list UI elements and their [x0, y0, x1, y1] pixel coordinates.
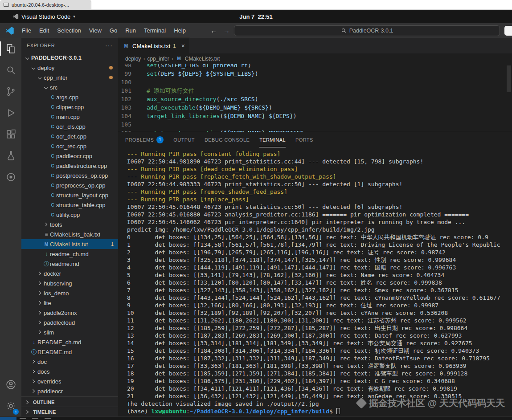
- terminal[interactable]: --- Running PIR pass [constant_folding_p…: [118, 147, 512, 416]
- tree-item-paddle2onnx[interactable]: paddle2onnx: [21, 308, 118, 318]
- activity-extensions-button[interactable]: [0, 123, 21, 145]
- panel-tab-debug-console[interactable]: DEBUG CONSOLE: [205, 132, 250, 147]
- more-actions-icon[interactable]: ···: [105, 42, 113, 49]
- breadcrumb-deploy[interactable]: deploy: [125, 56, 141, 62]
- panel-tab-problems[interactable]: PROBLEMS1: [125, 132, 164, 147]
- back-arrow-button[interactable]: ←: [210, 27, 217, 34]
- activity-accounts-button[interactable]: [0, 374, 21, 395]
- search-icon: [341, 28, 347, 33]
- status-item: [45, 418, 51, 419]
- chevron-right-icon: [30, 368, 37, 375]
- cpp-file-icon: [49, 95, 56, 100]
- tree-item-readme_ch.md[interactable]: readme_ch.md: [21, 249, 118, 259]
- menu-file[interactable]: File: [18, 25, 35, 36]
- tree-item-utility.cpp[interactable]: utility.cpp: [21, 210, 118, 220]
- activity-run-debug-button[interactable]: [0, 102, 21, 123]
- line-number: 103: [118, 103, 138, 112]
- line-number: 104: [118, 112, 138, 120]
- tree-item-structure_table.cpp[interactable]: structure_table.cpp: [21, 200, 118, 210]
- tree-item-main.cpp[interactable]: main.cpp: [21, 112, 118, 122]
- panel-tab-terminal[interactable]: TERMINAL: [259, 132, 286, 147]
- activity-explorer-button[interactable]: [0, 38, 21, 59]
- tree-item-doc[interactable]: doc: [21, 357, 118, 367]
- tree-item-cmakelists.txt[interactable]: CMakeLists.txt1: [21, 239, 118, 249]
- tree-item-src[interactable]: src: [21, 82, 118, 92]
- chevron-right-icon: [37, 329, 44, 336]
- activity-source-control-button[interactable]: [0, 81, 21, 102]
- line-number: 106: [118, 129, 138, 132]
- remote-indicator[interactable]: [0, 417, 16, 420]
- tree-item-clipper.cpp[interactable]: clipper.cpp: [21, 102, 118, 112]
- tree-item-postprocess_op.cpp[interactable]: postprocess_op.cpp: [21, 171, 118, 180]
- forward-arrow-button[interactable]: →: [223, 27, 230, 34]
- activity-search-button[interactable]: [0, 59, 21, 81]
- command-center-search[interactable]: PaddleOCR-3.0.1: [234, 25, 500, 36]
- outline-section[interactable]: OUTLINE: [21, 397, 118, 407]
- vm-tab[interactable]: ubuntu-20.04.6-desktop-...: [0, 0, 91, 9]
- tree-item-ocr_det.cpp[interactable]: ocr_det.cpp: [21, 131, 118, 141]
- tree-item-paddleocr.cpp[interactable]: paddleocr.cpp: [21, 151, 118, 161]
- tree-item-slim[interactable]: slim: [21, 327, 118, 337]
- tree-item-readme.md[interactable]: README.md: [21, 347, 118, 357]
- terminal-line: 14 det boxes: [[33,314],[181,314],[181,3…: [127, 339, 512, 347]
- terminal-line: 7 det boxes: [[327,143],[358,143],[358,1…: [127, 286, 512, 294]
- timeline-section[interactable]: TIMELINE: [21, 407, 118, 416]
- tree-item-paddleocr[interactable]: paddleocr: [21, 386, 118, 396]
- breadcrumb-cpp-infer[interactable]: cpp_infer: [147, 56, 169, 62]
- tab-cmakelists[interactable]: CMakeLists.txt 1: [118, 38, 190, 53]
- activity-testing-button[interactable]: [0, 145, 21, 166]
- tree-item-ocr_cls.cpp[interactable]: ocr_cls.cpp: [21, 122, 118, 131]
- tree-item-lite[interactable]: lite: [21, 298, 118, 308]
- terminal-line: 8 det boxes: [[443,144],[524,144],[524,1…: [127, 294, 512, 302]
- menu-run[interactable]: Run: [121, 25, 140, 36]
- tree-item-cmakelists_bak.txt[interactable]: CMakeLists_bak.txt: [21, 229, 118, 239]
- tree-item-readme.md[interactable]: readme.md: [21, 259, 118, 269]
- tree-item-paddlecloud[interactable]: paddlecloud: [21, 318, 118, 327]
- breadcrumb[interactable]: deploy cpp_infer CMakeLists.txt: [118, 53, 512, 64]
- menu-go[interactable]: Go: [106, 25, 121, 36]
- menu-selection[interactable]: Selection: [53, 25, 85, 36]
- tree-item-hubserving[interactable]: hubserving: [21, 278, 118, 288]
- tree-item-label: readme.md: [50, 261, 79, 267]
- cpp-file-icon: [49, 173, 56, 178]
- tree-item-label: README_ch.md: [37, 339, 81, 346]
- menu-edit[interactable]: Edit: [35, 25, 53, 36]
- terminal-line: --- Running PIR pass [constant_folding_p…: [127, 150, 512, 158]
- terminal-line: I0607 22:50:45.016880 46723 analysis_pre…: [127, 211, 512, 218]
- panel-tab-output[interactable]: OUTPUT: [173, 132, 195, 147]
- chevron-right-icon: [24, 399, 31, 406]
- tree-item-paddlestructure.cpp[interactable]: paddlestructure.cpp: [21, 161, 118, 171]
- activity-settings-button[interactable]: 1: [0, 395, 21, 416]
- menu-terminal[interactable]: Terminal: [140, 25, 170, 36]
- titlebar-corner-icon[interactable]: [504, 26, 512, 36]
- editor-scrollbar[interactable]: [507, 65, 511, 92]
- tree-item-deploy[interactable]: deploy: [21, 63, 118, 73]
- tree-item-readme_ch.md[interactable]: README_ch.md: [21, 337, 118, 347]
- vm-screen: ubuntu-20.04.6-desktop-... Visual Studio…: [0, 0, 512, 420]
- menu-view[interactable]: View: [85, 25, 106, 36]
- chevron-right-icon: [24, 408, 31, 416]
- tree-item-docs[interactable]: docs: [21, 367, 118, 376]
- tree-item-cpp_infer[interactable]: cpp_infer: [21, 73, 118, 82]
- terminal-line: --- Running PIR pass [dead_code_eliminat…: [127, 165, 512, 173]
- tree-item-ocr_rec.cpp[interactable]: ocr_rec.cpp: [21, 141, 118, 151]
- menu-help[interactable]: Help: [170, 25, 190, 36]
- tree-item-preprocess_op.cpp[interactable]: preprocess_op.cpp: [21, 180, 118, 190]
- tree-item-tools[interactable]: tools: [21, 220, 118, 229]
- code-editor[interactable]: 98set(SYSTEM_LIBS dl pthread rt)99set(DE…: [118, 64, 512, 132]
- clock[interactable]: Jun 7 22:51: [0, 13, 512, 20]
- panel-tab-ports[interactable]: PORTS: [295, 132, 313, 147]
- breadcrumb-file[interactable]: CMakeLists.txt: [185, 56, 220, 62]
- activity-extra-extension-button[interactable]: [0, 166, 21, 188]
- tree-item-args.cpp[interactable]: args.cpp: [21, 92, 118, 102]
- tree-item-structure_layout.cpp[interactable]: structure_layout.cpp: [21, 190, 118, 200]
- terminal-line: predict img: /home/lxw/PaddleOCR-3.0.1/d…: [127, 226, 512, 233]
- terminal-line: 21 det boxes: [[36,432],[121,432],[121,4…: [127, 392, 512, 400]
- tree-item-docker[interactable]: docker: [21, 269, 118, 278]
- tree-item-ios_demo[interactable]: ios_demo: [21, 288, 118, 298]
- tree-item-paddleocr-3.0.1[interactable]: PADDLEOCR-3.0.1: [21, 53, 118, 63]
- run-debug-icon: [5, 107, 16, 118]
- close-icon[interactable]: [181, 42, 185, 49]
- tree-item-overrides[interactable]: overrides: [21, 376, 118, 386]
- chevron-down-icon: [24, 54, 31, 61]
